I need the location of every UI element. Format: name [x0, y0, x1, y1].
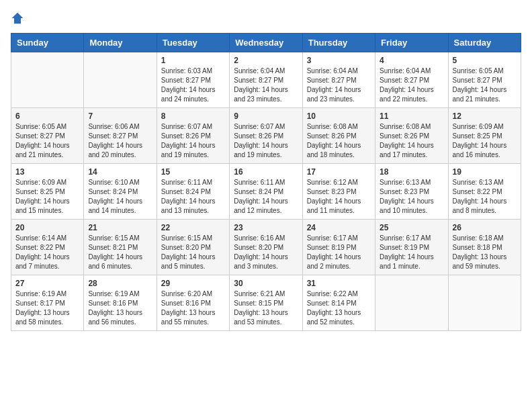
weekday-header: Tuesday — [157, 34, 229, 52]
day-number: 31 — [307, 279, 371, 288]
day-number: 3 — [307, 56, 371, 65]
day-details: Sunrise: 6:03 AM Sunset: 8:27 PM Dayligh… — [161, 66, 225, 104]
weekday-header: Friday — [375, 34, 448, 52]
day-details: Sunrise: 6:06 AM Sunset: 8:27 PM Dayligh… — [88, 122, 152, 160]
calendar-cell: 29Sunrise: 6:20 AM Sunset: 8:16 PM Dayli… — [157, 275, 229, 331]
day-details: Sunrise: 6:04 AM Sunset: 8:27 PM Dayligh… — [234, 66, 298, 104]
day-details: Sunrise: 6:09 AM Sunset: 8:25 PM Dayligh… — [15, 178, 79, 216]
calendar-cell: 9Sunrise: 6:07 AM Sunset: 8:26 PM Daylig… — [230, 108, 302, 164]
day-number: 16 — [234, 167, 298, 177]
weekday-header: Wednesday — [230, 34, 302, 52]
calendar-cell: 6Sunrise: 6:05 AM Sunset: 8:27 PM Daylig… — [11, 108, 84, 164]
day-number: 5 — [453, 56, 517, 65]
day-number: 9 — [234, 111, 298, 121]
calendar-cell: 2Sunrise: 6:04 AM Sunset: 8:27 PM Daylig… — [230, 52, 302, 108]
day-number: 25 — [380, 223, 443, 232]
day-details: Sunrise: 6:08 AM Sunset: 8:26 PM Dayligh… — [380, 122, 443, 160]
day-details: Sunrise: 6:11 AM Sunset: 8:24 PM Dayligh… — [161, 178, 225, 216]
day-details: Sunrise: 6:10 AM Sunset: 8:24 PM Dayligh… — [88, 178, 152, 216]
day-details: Sunrise: 6:08 AM Sunset: 8:26 PM Dayligh… — [307, 122, 371, 160]
calendar-cell: 24Sunrise: 6:17 AM Sunset: 8:19 PM Dayli… — [302, 220, 375, 275]
day-details: Sunrise: 6:07 AM Sunset: 8:26 PM Dayligh… — [161, 122, 225, 160]
calendar-cell: 19Sunrise: 6:13 AM Sunset: 8:22 PM Dayli… — [448, 164, 521, 220]
calendar-cell: 4Sunrise: 6:04 AM Sunset: 8:27 PM Daylig… — [375, 52, 448, 108]
day-number: 10 — [307, 111, 371, 121]
day-details: Sunrise: 6:13 AM Sunset: 8:22 PM Dayligh… — [453, 178, 517, 216]
calendar-cell: 17Sunrise: 6:12 AM Sunset: 8:23 PM Dayli… — [302, 164, 375, 220]
day-details: Sunrise: 6:19 AM Sunset: 8:16 PM Dayligh… — [88, 289, 152, 327]
calendar-cell: 30Sunrise: 6:21 AM Sunset: 8:15 PM Dayli… — [230, 275, 302, 331]
day-details: Sunrise: 6:15 AM Sunset: 8:20 PM Dayligh… — [161, 234, 225, 271]
calendar-cell: 10Sunrise: 6:08 AM Sunset: 8:26 PM Dayli… — [302, 108, 375, 164]
day-number: 24 — [307, 223, 371, 232]
day-number: 11 — [380, 111, 443, 121]
day-details: Sunrise: 6:09 AM Sunset: 8:25 PM Dayligh… — [453, 122, 517, 160]
calendar-cell: 5Sunrise: 6:05 AM Sunset: 8:27 PM Daylig… — [448, 52, 521, 108]
calendar-cell: 28Sunrise: 6:19 AM Sunset: 8:16 PM Dayli… — [84, 275, 157, 331]
calendar-cell: 21Sunrise: 6:15 AM Sunset: 8:21 PM Dayli… — [84, 220, 157, 275]
day-number: 21 — [88, 223, 152, 232]
calendar-cell: 20Sunrise: 6:14 AM Sunset: 8:22 PM Dayli… — [11, 220, 84, 275]
logo-icon — [11, 11, 24, 25]
day-number: 26 — [453, 223, 517, 232]
day-number: 30 — [234, 279, 298, 288]
weekday-header: Saturday — [448, 34, 521, 52]
day-details: Sunrise: 6:05 AM Sunset: 8:27 PM Dayligh… — [15, 122, 79, 160]
calendar-cell: 23Sunrise: 6:16 AM Sunset: 8:20 PM Dayli… — [230, 220, 302, 275]
calendar-cell: 8Sunrise: 6:07 AM Sunset: 8:26 PM Daylig… — [157, 108, 229, 164]
day-details: Sunrise: 6:12 AM Sunset: 8:23 PM Dayligh… — [307, 178, 371, 216]
day-number: 22 — [161, 223, 225, 232]
day-details: Sunrise: 6:13 AM Sunset: 8:23 PM Dayligh… — [380, 178, 443, 216]
calendar: SundayMondayTuesdayWednesdayThursdayFrid… — [11, 33, 521, 331]
calendar-cell: 25Sunrise: 6:17 AM Sunset: 8:19 PM Dayli… — [375, 220, 448, 275]
day-details: Sunrise: 6:07 AM Sunset: 8:26 PM Dayligh… — [234, 122, 298, 160]
calendar-cell: 22Sunrise: 6:15 AM Sunset: 8:20 PM Dayli… — [157, 220, 229, 275]
calendar-cell: 1Sunrise: 6:03 AM Sunset: 8:27 PM Daylig… — [157, 52, 229, 108]
header — [11, 11, 521, 25]
calendar-cell — [11, 52, 84, 108]
day-number: 1 — [161, 56, 225, 65]
day-details: Sunrise: 6:20 AM Sunset: 8:16 PM Dayligh… — [161, 289, 225, 327]
calendar-week-row: 1Sunrise: 6:03 AM Sunset: 8:27 PM Daylig… — [11, 52, 521, 108]
calendar-cell: 13Sunrise: 6:09 AM Sunset: 8:25 PM Dayli… — [11, 164, 84, 220]
day-number: 18 — [380, 167, 443, 177]
day-number: 13 — [15, 167, 79, 177]
weekday-header: Thursday — [302, 34, 375, 52]
day-number: 14 — [88, 167, 152, 177]
calendar-cell: 11Sunrise: 6:08 AM Sunset: 8:26 PM Dayli… — [375, 108, 448, 164]
svg-marker-0 — [12, 12, 24, 24]
calendar-cell: 12Sunrise: 6:09 AM Sunset: 8:25 PM Dayli… — [448, 108, 521, 164]
weekday-header: Monday — [84, 34, 157, 52]
day-number: 20 — [15, 223, 79, 232]
calendar-cell — [84, 52, 157, 108]
day-number: 6 — [15, 111, 79, 121]
day-details: Sunrise: 6:15 AM Sunset: 8:21 PM Dayligh… — [88, 234, 152, 271]
day-details: Sunrise: 6:21 AM Sunset: 8:15 PM Dayligh… — [234, 289, 298, 327]
weekday-header-row: SundayMondayTuesdayWednesdayThursdayFrid… — [11, 34, 521, 52]
calendar-cell — [448, 275, 521, 331]
day-number: 8 — [161, 111, 225, 121]
day-details: Sunrise: 6:17 AM Sunset: 8:19 PM Dayligh… — [307, 234, 371, 271]
calendar-cell — [375, 275, 448, 331]
day-number: 15 — [161, 167, 225, 177]
day-number: 23 — [234, 223, 298, 232]
day-details: Sunrise: 6:11 AM Sunset: 8:24 PM Dayligh… — [234, 178, 298, 216]
day-number: 29 — [161, 279, 225, 288]
day-details: Sunrise: 6:04 AM Sunset: 8:27 PM Dayligh… — [380, 66, 443, 104]
day-details: Sunrise: 6:17 AM Sunset: 8:19 PM Dayligh… — [380, 234, 443, 271]
weekday-header: Sunday — [11, 34, 84, 52]
calendar-cell: 31Sunrise: 6:22 AM Sunset: 8:14 PM Dayli… — [302, 275, 375, 331]
day-number: 12 — [453, 111, 517, 121]
day-number: 28 — [88, 279, 152, 288]
day-details: Sunrise: 6:22 AM Sunset: 8:14 PM Dayligh… — [307, 289, 371, 327]
day-details: Sunrise: 6:14 AM Sunset: 8:22 PM Dayligh… — [15, 234, 79, 271]
day-details: Sunrise: 6:05 AM Sunset: 8:27 PM Dayligh… — [453, 66, 517, 104]
day-number: 19 — [453, 167, 517, 177]
calendar-cell: 26Sunrise: 6:18 AM Sunset: 8:18 PM Dayli… — [448, 220, 521, 275]
calendar-cell: 27Sunrise: 6:19 AM Sunset: 8:17 PM Dayli… — [11, 275, 84, 331]
calendar-cell: 14Sunrise: 6:10 AM Sunset: 8:24 PM Dayli… — [84, 164, 157, 220]
logo — [11, 11, 27, 25]
calendar-week-row: 13Sunrise: 6:09 AM Sunset: 8:25 PM Dayli… — [11, 164, 521, 220]
day-details: Sunrise: 6:04 AM Sunset: 8:27 PM Dayligh… — [307, 66, 371, 104]
day-number: 7 — [88, 111, 152, 121]
